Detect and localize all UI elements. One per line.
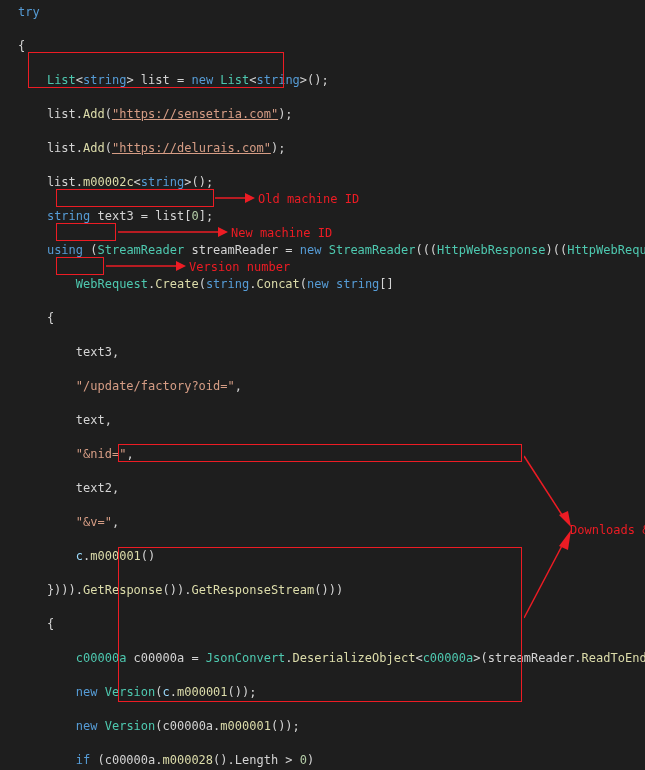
code-line: "&nid=", [0, 446, 645, 463]
code-line: "/update/factory?oid=", [0, 378, 645, 395]
code-line: list.m00002c<string>(); [0, 174, 645, 191]
code-line: string text3 = list[0]; [0, 208, 645, 225]
code-line: }))).GetResponse()).GetResponseStream())… [0, 582, 645, 599]
code-line: list.Add("https://sensetria.com"); [0, 106, 645, 123]
code-line: new Version(c.m000001()); [0, 684, 645, 701]
code-line: list.Add("https://delurais.com"); [0, 140, 645, 157]
code-editor[interactable]: try { List<string> list = new List<strin… [0, 4, 645, 770]
code-line: try [0, 4, 645, 21]
code-line: WebRequest.Create(string.Concat(new stri… [0, 276, 645, 293]
code-line: if (c00000a.m000028().Length > 0) [0, 752, 645, 769]
code-line: c00000a c00000a = JsonConvert.Deserializ… [0, 650, 645, 667]
code-line: text3, [0, 344, 645, 361]
annotation-old-id: Old machine ID [258, 191, 359, 208]
annotation-new-id: New machine ID [231, 225, 332, 242]
code-line: text2, [0, 480, 645, 497]
code-line: c.m000001() [0, 548, 645, 565]
annotation-version: Version number [189, 259, 290, 276]
code-line: { [0, 310, 645, 327]
code-line: text, [0, 412, 645, 429]
code-line: List<string> list = new List<string>(); [0, 72, 645, 89]
code-line: "&v=", [0, 514, 645, 531]
code-line: new Version(c00000a.m000001()); [0, 718, 645, 735]
code-line: { [0, 616, 645, 633]
code-line: using (StreamReader streamReader = new S… [0, 242, 645, 259]
code-line: { [0, 38, 645, 55]
annotation-downloads: Downloads & executes [570, 523, 645, 537]
